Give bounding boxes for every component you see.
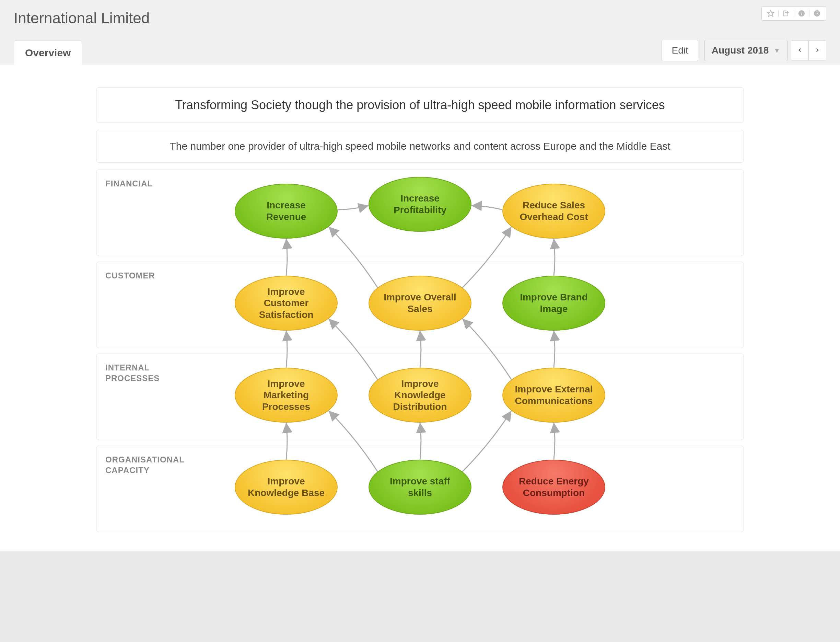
info-icon[interactable]: i — [798, 9, 806, 18]
node-improve-customer-satisfaction[interactable]: Improve Customer Satisfaction — [235, 276, 338, 331]
node-improve-overall-sales[interactable]: Improve Overall Sales — [369, 276, 471, 331]
section-label-financial: FINANCIAL — [105, 178, 153, 189]
period-label: August 2018 — [712, 45, 769, 56]
mission-banner: The number one provider of ultra-high sp… — [96, 130, 744, 163]
node-improve-staff-skills[interactable]: Improve staff skills — [369, 460, 471, 515]
page-header: International Limited i Overview Edit — [0, 0, 840, 65]
node-increase-profitability[interactable]: Increase Profitability — [369, 177, 471, 232]
header-icon-group: i — [761, 6, 826, 21]
mission-text: The number one provider of ultra-high sp… — [110, 140, 730, 152]
section-internal: INTERNAL PROCESSES Improve Marketing Pro… — [96, 353, 744, 440]
separator — [794, 10, 794, 17]
period-prev-button[interactable] — [791, 41, 809, 60]
page-title: International Limited — [14, 7, 826, 34]
separator — [778, 10, 778, 17]
vision-banner: Transforming Society though the provisio… — [96, 87, 744, 123]
edit-button[interactable]: Edit — [662, 40, 698, 61]
header-right-controls: Edit August 2018 ▼ — [662, 40, 826, 65]
chevron-down-icon: ▼ — [774, 47, 780, 55]
tab-row: Overview Edit August 2018 ▼ — [14, 40, 826, 65]
period-group: August 2018 ▼ — [704, 40, 826, 61]
vision-text: Transforming Society though the provisio… — [110, 98, 730, 112]
node-improve-external-communications[interactable]: Improve External Communications — [502, 368, 605, 423]
clock-icon[interactable] — [813, 9, 821, 18]
node-improve-knowledge-distribution[interactable]: Improve Knowledge Distribution — [369, 368, 471, 423]
star-icon[interactable] — [767, 9, 775, 18]
section-label-org: ORGANISATIONAL CAPACITY — [105, 454, 188, 475]
node-improve-knowledge-base[interactable]: Improve Knowledge Base — [235, 460, 338, 515]
section-label-customer: CUSTOMER — [105, 270, 155, 281]
period-next-button[interactable] — [809, 41, 826, 60]
node-reduce-sales-overhead-cost[interactable]: Reduce Sales Overhead Cost — [502, 184, 605, 238]
node-increase-revenue[interactable]: Increase Revenue — [235, 184, 338, 238]
node-improve-brand-image[interactable]: Improve Brand Image — [502, 276, 605, 331]
svg-text:i: i — [801, 11, 802, 16]
period-nav — [791, 41, 826, 60]
node-improve-marketing-processes[interactable]: Improve Marketing Processes — [235, 368, 338, 423]
export-icon[interactable] — [782, 9, 790, 18]
section-customer: CUSTOMER Improve Customer Satisfaction I… — [96, 262, 744, 348]
tab-overview[interactable]: Overview — [14, 41, 82, 65]
section-label-internal: INTERNAL PROCESSES — [105, 362, 188, 384]
content-area: Transforming Society though the provisio… — [0, 65, 840, 551]
section-financial: FINANCIAL Increase Revenue Increase Prof… — [96, 170, 744, 256]
period-select[interactable]: August 2018 ▼ — [704, 40, 788, 61]
svg-marker-0 — [767, 10, 774, 16]
section-org: ORGANISATIONAL CAPACITY Improve Knowledg… — [96, 446, 744, 532]
node-reduce-energy-consumption[interactable]: Reduce Energy Consumption — [502, 460, 605, 515]
separator — [809, 10, 809, 17]
